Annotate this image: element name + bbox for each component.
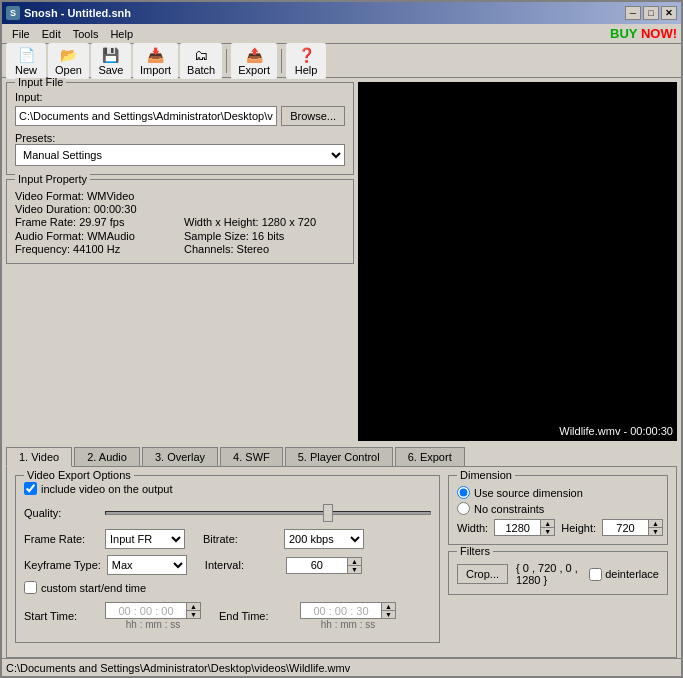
tab-player[interactable]: 5. Player Control [285, 447, 393, 466]
time-row: Start Time: ▲ ▼ hh : mm : ss [24, 602, 431, 630]
quality-slider[interactable] [105, 511, 431, 515]
interval-up[interactable]: ▲ [347, 558, 361, 566]
dimensions: Width x Height: 1280 x 720 [184, 216, 345, 228]
presets-select[interactable]: Manual Settings [15, 144, 345, 166]
crop-button[interactable]: Crop... [457, 564, 508, 584]
left-panel: Input File Input: Browse... Presets: Man… [6, 82, 354, 441]
empty2 [184, 203, 345, 215]
end-time-down[interactable]: ▼ [381, 611, 395, 618]
tab-inner: Video Export Options include video on th… [15, 475, 668, 649]
end-time-hint: hh : mm : ss [300, 619, 396, 630]
frame-rate-select[interactable]: Input FR [105, 529, 185, 549]
export-icon: 📤 [245, 46, 263, 64]
tabs-area: 1. Video 2. Audio 3. Overlay 4. SWF 5. P… [2, 447, 681, 658]
start-time-buttons: ▲ ▼ [186, 603, 200, 618]
width-input[interactable] [495, 520, 540, 535]
start-time-input[interactable] [106, 603, 186, 618]
import-icon: 📥 [147, 46, 165, 64]
slider-thumb[interactable] [323, 504, 333, 522]
tab-export[interactable]: 6. Export [395, 447, 465, 466]
help-icon: ❓ [297, 46, 315, 64]
menu-tools[interactable]: Tools [67, 26, 105, 42]
start-time-down[interactable]: ▼ [186, 611, 200, 618]
height-spinbox: ▲ ▼ [602, 519, 663, 536]
browse-button[interactable]: Browse... [281, 106, 345, 126]
minimize-button[interactable]: ─ [625, 6, 641, 20]
video-duration: Video Duration: 00:00:30 [15, 203, 176, 215]
width-up[interactable]: ▲ [540, 520, 554, 528]
tab-video[interactable]: 1. Video [6, 447, 72, 467]
bitrate-select[interactable]: 200 kbps [284, 529, 364, 549]
tab-overlay[interactable]: 3. Overlay [142, 447, 218, 466]
input-path-field[interactable] [15, 106, 277, 126]
preview-label: Wildlife.wmv - 00:00:30 [559, 425, 673, 437]
menu-file[interactable]: File [6, 26, 36, 42]
interval-down[interactable]: ▼ [347, 566, 361, 573]
end-time-input[interactable] [301, 603, 381, 618]
export-button[interactable]: 📤 Export [231, 43, 277, 79]
height-up[interactable]: ▲ [648, 520, 662, 528]
app-icon: S [6, 6, 20, 20]
include-video-checkbox[interactable] [24, 482, 37, 495]
save-icon: 💾 [102, 46, 120, 64]
save-button[interactable]: 💾 Save [91, 43, 131, 79]
keyframe-label: Keyframe Type: [24, 559, 101, 571]
toolbar-separator [226, 49, 227, 73]
tab-audio[interactable]: 2. Audio [74, 447, 140, 466]
height-label: Height: [561, 522, 596, 534]
height-down[interactable]: ▼ [648, 528, 662, 535]
presets-section: Presets: Manual Settings [15, 132, 345, 166]
audio-format: Audio Format: WMAudio [15, 230, 176, 242]
new-button[interactable]: 📄 New [6, 43, 46, 79]
video-format: Video Format: WMVideo [15, 190, 176, 202]
keyframe-select[interactable]: Max [107, 555, 187, 575]
start-time-up[interactable]: ▲ [186, 603, 200, 611]
batch-button[interactable]: 🗂 Batch [180, 43, 222, 79]
no-constraints-radio[interactable] [457, 502, 470, 515]
title-bar-controls: ─ □ ✕ [625, 6, 677, 20]
source-dimension-row: Use source dimension [457, 486, 659, 499]
tab-swf[interactable]: 4. SWF [220, 447, 283, 466]
menu-help[interactable]: Help [104, 26, 139, 42]
end-time-up[interactable]: ▲ [381, 603, 395, 611]
bitrate-label: Bitrate: [203, 533, 278, 545]
video-right: Dimension Use source dimension No constr… [448, 475, 668, 649]
custom-time-checkbox[interactable] [24, 581, 37, 594]
status-path: C:\Documents and Settings\Administrator\… [6, 662, 350, 674]
properties-grid: Video Format: WMVideo Video Duration: 00… [15, 186, 345, 255]
wh-row: Width: ▲ ▼ Height: [457, 519, 659, 536]
tabs-row: 1. Video 2. Audio 3. Overlay 4. SWF 5. P… [6, 447, 677, 467]
video-options-group: Video Export Options include video on th… [15, 475, 440, 643]
spinbox-buttons: ▲ ▼ [347, 558, 361, 573]
height-input[interactable] [603, 520, 648, 535]
video-left: Video Export Options include video on th… [15, 475, 440, 649]
menu-edit[interactable]: Edit [36, 26, 67, 42]
maximize-button[interactable]: □ [643, 6, 659, 20]
width-buttons: ▲ ▼ [540, 520, 554, 535]
tab-content-video: Video Export Options include video on th… [6, 467, 677, 658]
source-dimension-label: Use source dimension [474, 487, 583, 499]
interval-label: Interval: [205, 559, 280, 571]
input-property-title: Input Property [15, 173, 90, 185]
title-bar: S Snosh - Untitled.snh ─ □ ✕ [2, 2, 681, 24]
open-button[interactable]: 📂 Open [48, 43, 89, 79]
start-time-spinbox: ▲ ▼ [105, 602, 201, 619]
deinterlace-section: deinterlace [589, 568, 659, 581]
filters-title: Filters [457, 545, 493, 557]
deinterlace-label: deinterlace [605, 568, 659, 580]
help-button[interactable]: ❓ Help [286, 43, 326, 79]
import-button[interactable]: 📥 Import [133, 43, 178, 79]
close-button[interactable]: ✕ [661, 6, 677, 20]
quality-label: Quality: [24, 507, 99, 519]
new-icon: 📄 [17, 46, 35, 64]
no-constraints-row: No constraints [457, 502, 659, 515]
source-dimension-radio[interactable] [457, 486, 470, 499]
interval-input[interactable] [287, 558, 347, 573]
buy-now[interactable]: BUY NOW! [610, 26, 677, 41]
width-down[interactable]: ▼ [540, 528, 554, 535]
quality-row: Quality: [24, 503, 431, 523]
deinterlace-checkbox[interactable] [589, 568, 602, 581]
crop-row: Crop... { 0 , 720 , 0 , 1280 } deinterla… [457, 562, 659, 586]
dimension-title: Dimension [457, 469, 515, 481]
no-constraints-label: No constraints [474, 503, 544, 515]
